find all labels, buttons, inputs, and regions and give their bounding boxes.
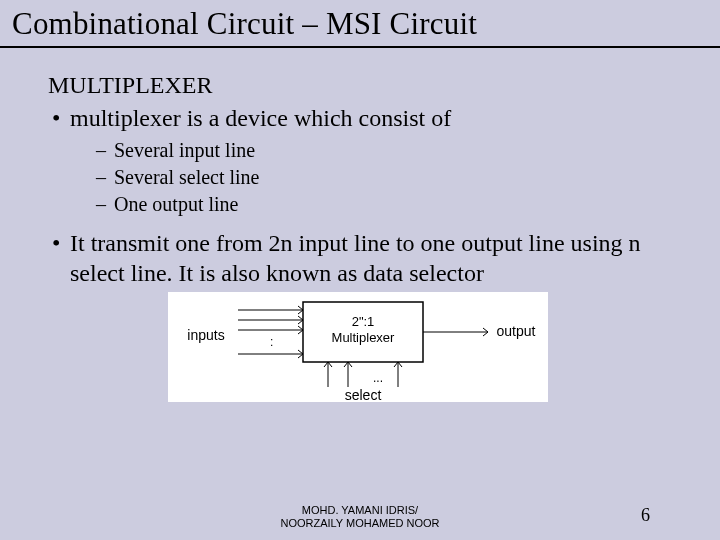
dash-item: One output line xyxy=(96,191,672,218)
box-bottom-label: Multiplexer xyxy=(332,330,396,345)
diagram-svg: inputs : 2":1 Multiplexer ou xyxy=(168,292,548,402)
bullet-text: It transmit one from 2n input line to on… xyxy=(70,230,641,286)
bullet-list: multiplexer is a device which consist of… xyxy=(48,103,672,288)
section-heading: MULTIPLEXER xyxy=(48,72,672,99)
multiplexer-diagram: inputs : 2":1 Multiplexer ou xyxy=(168,292,548,402)
bullet-item: It transmit one from 2n input line to on… xyxy=(48,228,672,288)
page-number: 6 xyxy=(641,505,650,526)
slide-body: MULTIPLEXER multiplexer is a device whic… xyxy=(0,48,720,410)
box-top-label: 2":1 xyxy=(352,314,375,329)
footer-line-2: NOORZAILY MOHAMED NOOR xyxy=(280,517,439,529)
bullet-text: multiplexer is a device which consist of xyxy=(70,105,451,131)
footer-credit: MOHD. YAMANI IDRIS/ NOORZAILY MOHAMED NO… xyxy=(0,504,720,530)
input-arrows-icon: : xyxy=(238,306,303,358)
select-arrows-icon: ... xyxy=(324,362,402,387)
svg-text::: : xyxy=(270,335,273,349)
output-label: output xyxy=(497,323,536,339)
dash-item: Several select line xyxy=(96,164,672,191)
slide-title: Combinational Circuit – MSI Circuit xyxy=(0,0,720,48)
dash-item: Several input line xyxy=(96,137,672,164)
inputs-label: inputs xyxy=(187,327,224,343)
select-label: select xyxy=(345,387,382,402)
footer-line-1: MOHD. YAMANI IDRIS/ xyxy=(302,504,418,516)
bullet-item: multiplexer is a device which consist of… xyxy=(48,103,672,218)
dash-list: Several input line Several select line O… xyxy=(70,137,672,218)
output-arrow-icon xyxy=(423,328,488,336)
svg-text:...: ... xyxy=(373,371,383,385)
